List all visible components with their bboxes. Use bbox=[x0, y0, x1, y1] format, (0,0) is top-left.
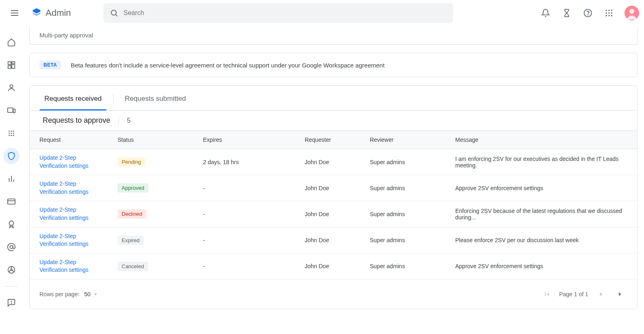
admin-logo-icon bbox=[31, 7, 42, 19]
svg-point-30 bbox=[9, 135, 10, 136]
tabs: Requests received Requests submitted bbox=[30, 86, 637, 111]
nav-directory[interactable] bbox=[3, 80, 20, 96]
svg-point-27 bbox=[9, 133, 10, 134]
svg-rect-23 bbox=[13, 109, 15, 113]
cell-message: Approve 2SV enforcement settings bbox=[449, 253, 637, 279]
svg-point-38 bbox=[9, 221, 14, 226]
pager-first[interactable] bbox=[539, 287, 554, 301]
table-footer: Rows per page: 50 Page 1 of 1 bbox=[30, 280, 637, 309]
apps-button[interactable] bbox=[600, 4, 618, 22]
tab-requests-received[interactable]: Requests received bbox=[39, 86, 107, 110]
nav-feedback[interactable] bbox=[3, 295, 20, 311]
nav-devices[interactable] bbox=[3, 102, 20, 119]
search-icon bbox=[110, 9, 118, 17]
cell-reviewer: Super admins bbox=[363, 227, 449, 253]
help-icon bbox=[583, 9, 592, 17]
col-status[interactable]: Status bbox=[111, 131, 196, 149]
table-row[interactable]: Update 2-Step Verification settingsExpir… bbox=[30, 227, 637, 253]
table-row[interactable]: Update 2-Step Verification settingsPendi… bbox=[30, 149, 637, 175]
nav-dashboard[interactable] bbox=[3, 57, 20, 73]
request-link[interactable]: Update 2-Step Verification settings bbox=[39, 206, 105, 222]
svg-point-7 bbox=[606, 10, 607, 11]
home-icon bbox=[7, 38, 16, 47]
svg-point-12 bbox=[611, 12, 612, 13]
status-badge: Pending bbox=[118, 157, 145, 167]
cell-reviewer: Super admins bbox=[363, 201, 449, 227]
nav-home[interactable] bbox=[3, 34, 20, 50]
svg-point-32 bbox=[13, 135, 14, 136]
rows-per-page-label: Rows per page: bbox=[39, 291, 79, 297]
feedback-icon bbox=[7, 298, 16, 307]
rows-per-page-select[interactable]: 50 bbox=[84, 291, 98, 297]
cell-message: I am enforcing 2SV for our executives as… bbox=[449, 149, 637, 175]
beta-badge: BETA bbox=[39, 61, 61, 69]
svg-point-28 bbox=[11, 133, 12, 134]
cell-message: Enforcing 2SV because of the latest regu… bbox=[449, 201, 637, 227]
top-icons bbox=[537, 4, 639, 22]
nav-billing[interactable] bbox=[3, 193, 20, 210]
main-menu-button[interactable] bbox=[5, 3, 24, 23]
search-bar[interactable] bbox=[103, 3, 453, 23]
request-link[interactable]: Update 2-Step Verification settings bbox=[39, 258, 105, 274]
nav-security[interactable] bbox=[3, 148, 20, 164]
notifications-button[interactable] bbox=[537, 4, 554, 22]
svg-rect-18 bbox=[12, 62, 15, 64]
svg-point-15 bbox=[611, 15, 612, 16]
cell-reviewer: Super admins bbox=[363, 253, 449, 279]
cell-message: Approve 2SV enforcement settings bbox=[449, 175, 637, 201]
page-indicator: Page 1 of 1 bbox=[559, 291, 588, 297]
status-badge: Declined bbox=[118, 209, 146, 219]
nav-divider bbox=[5, 286, 18, 286]
svg-line-44 bbox=[12, 270, 14, 272]
cell-reviewer: Super admins bbox=[363, 149, 449, 175]
status-badge: Canceled bbox=[118, 262, 148, 271]
svg-point-26 bbox=[13, 130, 14, 132]
help-button[interactable] bbox=[579, 4, 597, 22]
requests-table: Request Status Expires Requester Reviewe… bbox=[30, 130, 637, 280]
pager-prev[interactable] bbox=[593, 287, 608, 301]
request-count: 5 bbox=[118, 117, 131, 124]
request-link[interactable]: Update 2-Step Verification settings bbox=[39, 232, 105, 248]
svg-line-43 bbox=[9, 270, 11, 272]
nav-rules[interactable] bbox=[3, 239, 20, 255]
svg-point-14 bbox=[608, 15, 609, 16]
col-requester[interactable]: Requester bbox=[298, 131, 363, 149]
svg-rect-17 bbox=[8, 62, 11, 65]
nav-account[interactable] bbox=[3, 216, 20, 232]
table-row[interactable]: Update 2-Step Verification settingsCance… bbox=[30, 253, 637, 279]
svg-rect-19 bbox=[12, 65, 15, 68]
requests-panel: Requests received Requests submitted Req… bbox=[29, 85, 637, 309]
cell-requester: John Doe bbox=[298, 227, 363, 253]
rows-per-page-value: 50 bbox=[84, 291, 91, 297]
dashboard-icon bbox=[7, 61, 16, 69]
col-reviewer[interactable]: Reviewer bbox=[363, 131, 449, 149]
at-icon bbox=[7, 243, 16, 252]
shield-icon bbox=[7, 152, 16, 160]
svg-point-10 bbox=[606, 12, 607, 13]
svg-point-46 bbox=[11, 303, 12, 304]
pager-next[interactable] bbox=[613, 287, 627, 301]
person-icon bbox=[7, 83, 16, 92]
table-row[interactable]: Update 2-Step Verification settingsDecli… bbox=[30, 201, 637, 227]
search-input[interactable] bbox=[123, 9, 447, 17]
side-nav bbox=[0, 26, 23, 319]
table-header-row: Request Status Expires Requester Reviewe… bbox=[30, 131, 637, 149]
tasks-button[interactable] bbox=[558, 4, 576, 22]
logo[interactable]: Admin bbox=[28, 7, 74, 19]
table-row[interactable]: Update 2-Step Verification settingsAppro… bbox=[30, 175, 637, 201]
request-link[interactable]: Update 2-Step Verification settings bbox=[39, 154, 105, 170]
col-expires[interactable]: Expires bbox=[196, 131, 298, 149]
col-message[interactable]: Message bbox=[449, 131, 637, 149]
status-badge: Expired bbox=[118, 236, 144, 245]
tab-requests-submitted[interactable]: Requests submitted bbox=[120, 86, 191, 110]
nav-storage[interactable] bbox=[3, 262, 20, 278]
badge-icon bbox=[7, 220, 16, 229]
pager: Page 1 of 1 bbox=[539, 287, 627, 301]
nav-reporting[interactable] bbox=[3, 171, 20, 187]
account-avatar[interactable] bbox=[624, 6, 639, 20]
col-request[interactable]: Request bbox=[30, 131, 111, 149]
request-link[interactable]: Update 2-Step Verification settings bbox=[39, 180, 105, 196]
nav-apps[interactable] bbox=[3, 125, 20, 141]
bell-icon bbox=[541, 9, 550, 17]
menu-icon bbox=[10, 8, 20, 18]
